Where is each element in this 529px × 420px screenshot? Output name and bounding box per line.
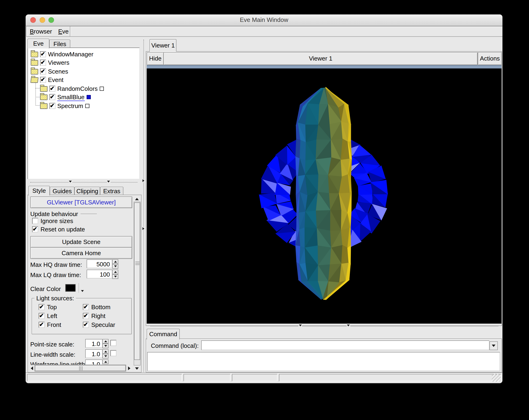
reset-on-update-row[interactable]: Reset on update <box>32 226 85 233</box>
light-left-label: Left <box>47 313 57 319</box>
spin-down-button[interactable] <box>112 264 118 269</box>
point-size-scale-field[interactable]: 1.0 <box>85 339 103 348</box>
color-swatch-empty[interactable] <box>99 87 104 91</box>
color-swatch-blue[interactable] <box>86 95 91 99</box>
tree-checkbox[interactable] <box>49 94 55 100</box>
titlebar[interactable]: Eve Main Window <box>26 14 503 26</box>
tree-item-scenes[interactable]: Scenes <box>31 67 68 75</box>
tree-style-splitter[interactable] <box>30 182 137 183</box>
splitter-collapse-icon[interactable] <box>299 325 302 327</box>
tree-item-spectrum[interactable]: Spectrum <box>40 102 89 110</box>
point-size-override-checkbox[interactable] <box>110 340 116 346</box>
hscrollbar-thumb[interactable] <box>35 365 126 371</box>
tab-command[interactable]: Command <box>147 329 180 340</box>
actions-button[interactable]: Actions <box>478 52 502 65</box>
splitter-expand-icon[interactable] <box>142 227 145 230</box>
light-specular-row[interactable]: Specular <box>83 321 115 328</box>
sidebar-tab-eve-label: Eve <box>33 40 44 47</box>
tab-guides[interactable]: Guides <box>50 187 75 196</box>
line-width-override-checkbox[interactable] <box>110 350 116 356</box>
tree-checkbox[interactable] <box>40 68 46 75</box>
eve-object-tree[interactable]: WindowManager Viewers Scenes Event Rando… <box>27 48 140 179</box>
hscrollbar-track[interactable] <box>34 365 126 372</box>
ignore-sizes-label: Ignore sizes <box>40 217 73 224</box>
tree-item-label: WindowManager <box>48 51 93 58</box>
splitter-collapse-icon[interactable] <box>346 325 350 327</box>
ignore-sizes-row[interactable]: Ignore sizes <box>32 217 73 224</box>
tab-style[interactable]: Style <box>28 186 50 196</box>
gl-viewport[interactable] <box>147 68 502 324</box>
spin-up-button[interactable] <box>103 349 108 354</box>
command-output-area[interactable] <box>147 352 500 371</box>
tree-checkbox[interactable] <box>40 60 46 66</box>
light-specular-checkbox[interactable] <box>83 322 89 328</box>
spin-up-button[interactable] <box>112 270 118 274</box>
camera-home-button[interactable]: Camera Home <box>30 247 132 259</box>
light-top-checkbox[interactable] <box>39 304 45 310</box>
tree-checkbox[interactable] <box>49 86 55 92</box>
hide-button[interactable]: Hide <box>147 52 164 65</box>
menu-eve[interactable]: Eve <box>58 27 69 35</box>
update-scene-button[interactable]: Update Scene <box>30 236 132 248</box>
spin-up-button[interactable] <box>103 359 108 364</box>
vscrollbar-thumb[interactable] <box>134 203 140 360</box>
max-hq-field[interactable]: 5000 <box>87 259 112 268</box>
light-bottom-checkbox[interactable] <box>83 304 89 310</box>
tree-item-event[interactable]: Event <box>31 76 64 84</box>
reset-on-update-checkbox[interactable] <box>32 226 38 232</box>
tab-viewer-1[interactable]: Viewer 1 <box>149 39 176 52</box>
sidebar-viewer-splitter[interactable] <box>144 39 144 372</box>
sidebar-tab-files[interactable]: Files <box>49 39 70 48</box>
light-left-checkbox[interactable] <box>39 313 45 319</box>
tree-item-windowmanager[interactable]: WindowManager <box>31 50 93 58</box>
tree-item-randomcolors[interactable]: RandomColors <box>40 85 104 93</box>
splitter-collapse-icon[interactable] <box>68 181 72 183</box>
color-swatch-empty[interactable] <box>85 104 89 108</box>
window-resize-grip[interactable] <box>492 374 501 382</box>
viewer-command-splitter[interactable] <box>150 326 498 327</box>
clear-color-swatch[interactable] <box>65 284 76 292</box>
tree-checkbox[interactable] <box>40 51 46 57</box>
vscrollbar-track[interactable] <box>134 202 141 366</box>
tree-item-viewers[interactable]: Viewers <box>31 59 69 66</box>
sidebar-tab-eve[interactable]: Eve <box>27 39 49 48</box>
splitter-collapse-icon[interactable] <box>107 181 110 183</box>
menu-browser[interactable]: Browser <box>30 27 52 35</box>
spin-up-button[interactable] <box>103 339 108 344</box>
tree-checkbox[interactable] <box>40 77 46 83</box>
spin-up-button[interactable] <box>112 259 118 264</box>
viewport-canvas[interactable] <box>147 68 502 324</box>
command-dropdown-button[interactable] <box>489 341 498 350</box>
light-bottom-row[interactable]: Bottom <box>83 303 110 311</box>
light-right-checkbox[interactable] <box>83 313 89 319</box>
light-right-row[interactable]: Right <box>83 313 106 319</box>
line-width-scale-field[interactable]: 1.0 <box>85 349 103 358</box>
tree-checkbox[interactable] <box>49 103 55 109</box>
viewer-titlebar[interactable]: Viewer 1 <box>163 52 478 65</box>
light-front-row[interactable]: Front <box>39 321 61 328</box>
hscroll-right-button[interactable] <box>127 365 132 371</box>
light-top-row[interactable]: Top <box>39 303 57 311</box>
vscroll-up-button[interactable] <box>134 196 140 202</box>
ignore-sizes-checkbox[interactable] <box>32 218 38 224</box>
point-size-scale-value: 1.0 <box>92 340 100 347</box>
clear-color-dropdown-icon[interactable] <box>81 286 84 293</box>
menubar-spacer <box>70 26 503 37</box>
tree-item-label-selected: SmallBlue <box>57 93 84 101</box>
splitter-expand-icon[interactable] <box>142 179 145 182</box>
tree-connector-stub <box>35 97 40 97</box>
light-left-row[interactable]: Left <box>39 313 57 319</box>
light-front-checkbox[interactable] <box>39 322 45 328</box>
command-input[interactable] <box>201 340 489 350</box>
glviewer-button[interactable]: GLViewer [TGLSAViewer] <box>30 197 132 208</box>
update-scene-label: Update Scene <box>62 238 101 245</box>
vscroll-down-button[interactable] <box>134 366 140 371</box>
tab-extras[interactable]: Extras <box>100 187 123 196</box>
tree-item-smallblue[interactable]: SmallBlue <box>40 93 91 101</box>
spin-down-button[interactable] <box>103 354 108 358</box>
tab-clipping[interactable]: Clipping <box>75 187 100 196</box>
spin-down-button[interactable] <box>103 344 108 348</box>
max-lq-field[interactable]: 100 <box>87 270 112 278</box>
hscroll-left-button[interactable] <box>29 365 34 371</box>
spin-down-button[interactable] <box>112 274 118 279</box>
